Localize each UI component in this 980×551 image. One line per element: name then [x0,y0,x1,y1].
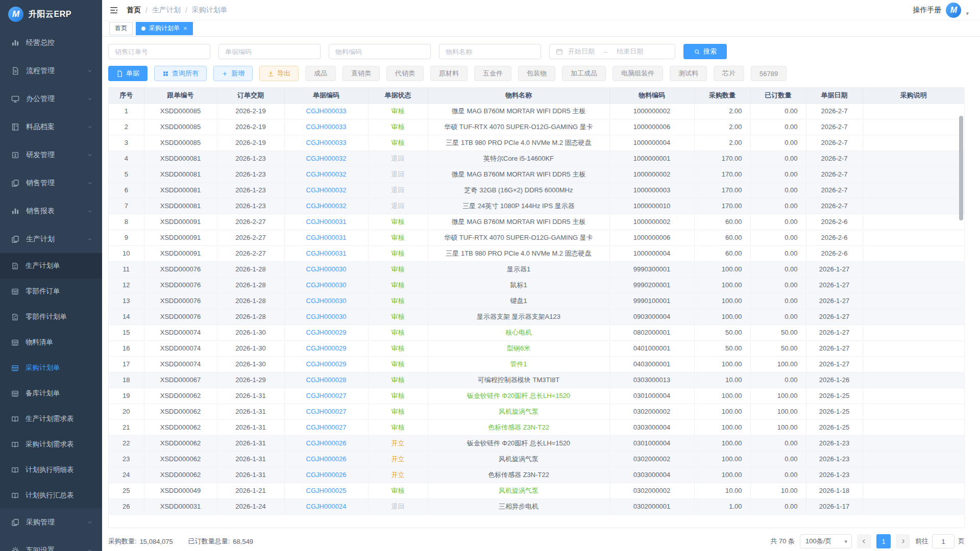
table-row[interactable]: 6XSDD0000812026-1-23CGJH000032退回芝奇 32GB … [109,182,964,198]
sidebar-item-parts-order[interactable]: 零部件订单 [0,279,102,304]
date-range-input[interactable]: 开始日期 – 结束日期 [549,44,675,59]
doc-code-link[interactable]: CGJH000026 [306,455,347,463]
doc-code-link[interactable]: CGJH000030 [306,297,347,305]
tab-purchase-plan[interactable]: 采购计划单× [136,22,193,35]
table-row[interactable]: 21XSDD0000622026-1-31CGJH000027审核色标传感器 Z… [109,419,964,435]
query-all-button[interactable]: 查询所有 [154,66,207,81]
category-button[interactable]: 测试料 [670,66,707,81]
table-row[interactable]: 1XSDD0000852026-2-19CGJH000033审核微星 MAG B… [109,103,964,119]
doc-code-link[interactable]: CGJH000026 [306,471,347,479]
sidebar-item-purchase[interactable]: 采购管理 [0,508,102,536]
sidebar-item-plan-exec-detail[interactable]: 计划执行明细表 [0,457,102,483]
table-row[interactable]: 16XSDD0000742026-1-30CGJH000029审核型钢6米040… [109,340,964,356]
doc-code-link[interactable]: CGJH000030 [306,281,347,289]
doc-code-input[interactable] [218,44,321,59]
vertical-scrollbar[interactable] [959,116,963,220]
category-button[interactable]: 代销类 [386,66,424,81]
table-row[interactable]: 2XSDD0000852026-2-19CGJH000033审核华硕 TUF-R… [109,119,964,135]
category-button[interactable]: 成品 [305,66,336,81]
doc-code-link[interactable]: CGJH000032 [306,202,347,210]
table-row[interactable]: 12XSDD0000762026-1-28CGJH000030审核鼠标19990… [109,277,964,293]
caret-down-icon[interactable]: ▾ [966,10,969,17]
table-row[interactable]: 9XSDD0000912026-2-27CGJH000031审核华硕 TUF-R… [109,230,964,245]
doc-code-link[interactable]: CGJH000033 [306,123,347,131]
sidebar-item-purchase-plan-doc[interactable]: 采购计划单 [0,355,102,381]
table-row[interactable]: 20XSDD0000622026-1-31CGJH000027审核风机旋涡气泵0… [109,404,964,419]
table-row[interactable]: 8XSDD0000912026-2-27CGJH000031审核微星 MAG B… [109,214,964,230]
breadcrumb-item[interactable]: 采购计划单 [192,6,228,15]
category-button[interactable]: 包装物 [518,66,555,81]
doc-code-link[interactable]: CGJH000033 [306,139,347,146]
sidebar-item-parts-plan-doc[interactable]: 零部件计划单 [0,304,102,330]
doc-code-link[interactable]: CGJH000030 [306,265,347,273]
doc-code-link[interactable]: CGJH000024 [306,503,347,510]
sidebar-item-stock-plan-doc[interactable]: 备库计划单 [0,381,102,406]
doc-code-link[interactable]: CGJH000027 [306,423,347,431]
category-button[interactable]: 56789 [751,66,787,81]
table-row[interactable]: 23XSDD0000622026-1-31CGJH000026开立风机旋涡气泵0… [109,451,964,467]
doc-code-link[interactable]: CGJH000025 [306,487,347,494]
sidebar-item-materials[interactable]: 料品档案 [0,113,102,141]
doc-code-link[interactable]: CGJH000031 [306,218,347,226]
category-button[interactable]: 直销类 [342,66,380,81]
material-code-input[interactable] [329,44,431,59]
table-row[interactable]: 25XSDD0000492026-1-21CGJH000025审核风机旋涡气泵0… [109,483,964,498]
doc-code-link[interactable]: CGJH000029 [306,360,347,368]
doc-code-link[interactable]: CGJH000029 [306,329,347,336]
sidebar-item-process[interactable]: 流程管理 [0,57,102,85]
goto-page-input[interactable] [932,534,954,548]
doc-code-link[interactable]: CGJH000027 [306,408,347,415]
export-button[interactable]: 导出 [259,66,299,81]
breadcrumb-item[interactable]: 生产计划 [152,6,181,15]
avatar[interactable]: M [946,3,961,18]
tab-home[interactable]: 首页 [109,22,133,35]
table-row[interactable]: 26XSDD0000312026-1-24CGJH000024退回三相异步电机0… [109,498,964,514]
sidebar-item-purchase-demand[interactable]: 采购计划需求表 [0,432,102,457]
sidebar-item-material-list[interactable]: 物料清单 [0,330,102,355]
breadcrumb-item[interactable]: 首页 [127,6,141,15]
search-button[interactable]: 搜索 [683,44,727,59]
sidebar-item-workshop[interactable]: 车间设置 [0,536,102,551]
sidebar-item-sales-report[interactable]: 销售报表 [0,197,102,225]
doc-code-link[interactable]: CGJH000032 [306,170,347,178]
table-row[interactable]: 5XSDD0000812026-1-23CGJH000032退回微星 MAG B… [109,166,964,182]
table-row[interactable]: 10XSDD0000912026-2-27CGJH000031审核三星 1TB … [109,245,964,261]
doc-code-link[interactable]: CGJH000031 [306,249,347,257]
category-button[interactable]: 电脑组装件 [612,66,663,81]
sidebar-item-production-demand[interactable]: 生产计划需求表 [0,406,102,432]
category-button[interactable]: 五金件 [474,66,511,81]
doc-code-link[interactable]: CGJH000028 [306,376,347,384]
doc-code-link[interactable]: CGJH000032 [306,186,347,194]
sidebar-item-production-plan-doc[interactable]: 生产计划单 [0,253,102,279]
current-page-button[interactable]: 1 [876,534,891,548]
doc-code-link[interactable]: CGJH000032 [306,155,347,162]
table-row[interactable]: 3XSDD0000852026-2-19CGJH000033审核三星 1TB 9… [109,135,964,151]
table-row[interactable]: 24XSDD0000622026-1-31CGJH000026开立色标传感器 Z… [109,467,964,483]
table-row[interactable]: 18XSDD0000672026-1-29CGJH000028审核可编程控制器模… [109,372,964,388]
collapse-sidebar-icon[interactable] [109,6,118,15]
sidebar-item-sales[interactable]: 销售管理 [0,169,102,197]
doc-code-link[interactable]: CGJH000029 [306,344,347,352]
table-row[interactable]: 7XSDD0000812026-1-23CGJH000032退回三星 24英寸 … [109,198,964,214]
table-row[interactable]: 22XSDD0000622026-1-31CGJH000026开立钣金铰链件 Φ… [109,435,964,451]
sidebar-item-office[interactable]: 办公管理 [0,85,102,113]
table-row[interactable]: 11XSDD0000762026-1-28CGJH000030审核显示器1999… [109,261,964,277]
sidebar-item-plan-exec-summary[interactable]: 计划执行汇总表 [0,483,102,508]
doc-code-link[interactable]: CGJH000031 [306,234,347,241]
material-name-input[interactable] [439,44,541,59]
sidebar-item-production-plan[interactable]: 生产计划 [0,225,102,253]
page-size-select[interactable]: 100条/页 ▾ [800,534,852,548]
table-row[interactable]: 4XSDD0000812026-1-23CGJH000032退回英特尔Core … [109,151,964,166]
next-page-button[interactable] [896,534,910,548]
doc-code-link[interactable]: CGJH000026 [306,439,347,447]
document-button[interactable]: 单据 [108,66,148,81]
doc-code-link[interactable]: CGJH000033 [306,107,347,115]
sidebar-item-rnd[interactable]: 研发管理 [0,141,102,169]
doc-code-link[interactable]: CGJH000030 [306,313,347,320]
sidebar-item-dashboard[interactable]: 经营总控 [0,29,102,57]
doc-code-link[interactable]: CGJH000027 [306,392,347,399]
category-button[interactable]: 原材料 [430,66,468,81]
add-button[interactable]: 新增 [213,66,253,81]
table-row[interactable]: 13XSDD0000762026-1-28CGJH000030审核键盘19990… [109,293,964,309]
prev-page-button[interactable] [857,534,871,548]
